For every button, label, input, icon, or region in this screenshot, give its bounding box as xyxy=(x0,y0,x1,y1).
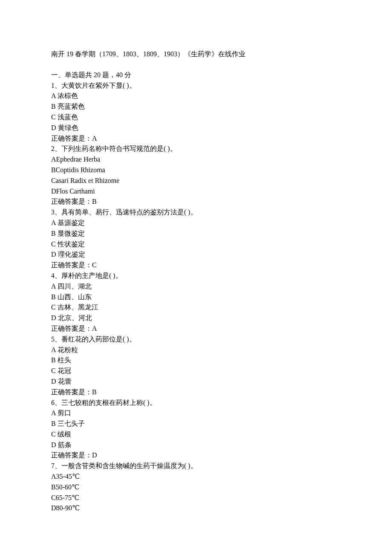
question-option: B 山西、山东 xyxy=(51,292,341,303)
question-option: A 花粉粒 xyxy=(51,345,341,356)
question-option: B 柱头 xyxy=(51,355,341,366)
question-option: AEphedrae Herba xyxy=(51,154,341,165)
question-option: D 黄绿色 xyxy=(51,123,341,133)
question-option: A 浓棕色 xyxy=(51,91,341,101)
question-stem: 7、一般含苷类和含生物碱的生药干燥温度为( )。 xyxy=(51,461,341,471)
question-stem: 3、具有简单、易行、迅速特点的鉴别方法是( )。 xyxy=(51,207,341,218)
question-option: A 基源鉴定 xyxy=(51,218,341,228)
question-option: D 花蕾 xyxy=(51,376,341,387)
question-option: DFlos Carthami xyxy=(51,186,341,197)
question-option: B 三七头子 xyxy=(51,419,341,429)
question-option: D80-90℃ xyxy=(51,503,341,514)
question-answer: 正确答案是：A xyxy=(51,133,341,144)
question-option: Casari Radix et Rhizome xyxy=(51,176,341,186)
question-option: C 花冠 xyxy=(51,366,341,376)
question-option: B 显微鉴定 xyxy=(51,228,341,239)
question-option: B50-60℃ xyxy=(51,482,341,493)
question-answer: 正确答案是：B xyxy=(51,387,341,398)
question-answer: 正确答案是：C xyxy=(51,260,341,271)
question-answer: 正确答案是：B xyxy=(51,197,341,207)
question-option: A 剪口 xyxy=(51,408,341,419)
question-stem: 2、下列生药名称中符合书写规范的是( )。 xyxy=(51,144,341,154)
question-option: A 四川、湖北 xyxy=(51,281,341,292)
question-option: C 性状鉴定 xyxy=(51,239,341,250)
question-answer: 正确答案是：A xyxy=(51,324,341,334)
question-option: C65-75℃ xyxy=(51,493,341,503)
question-option: D 理化鉴定 xyxy=(51,249,341,260)
question-option: C 绒根 xyxy=(51,429,341,440)
questions-container: 1、大黄饮片在紫外下显( )。A 浓棕色B 亮蓝紫色C 浅蓝色D 黄绿色正确答案… xyxy=(51,81,341,514)
question-option: D 筋条 xyxy=(51,440,341,451)
question-option: C 吉林、黑龙江 xyxy=(51,302,341,313)
question-option: C 浅蓝色 xyxy=(51,112,341,123)
question-stem: 5、番红花的入药部位是( )。 xyxy=(51,334,341,345)
question-stem: 1、大黄饮片在紫外下显( )。 xyxy=(51,81,341,91)
doc-title: 南开 19 春学期（1709、1803、1809、1903）《生药学》在线作业 xyxy=(51,49,341,60)
question-stem: 4、厚朴的主产地是( )。 xyxy=(51,271,341,281)
question-option: A35-45℃ xyxy=(51,471,341,482)
question-option: D 北京、河北 xyxy=(51,313,341,324)
question-option: BCoptidis Rhizoma xyxy=(51,165,341,176)
question-stem: 6、三七较粗的支根在药材上称( )。 xyxy=(51,398,341,408)
document-page: 南开 19 春学期（1709、1803、1809、1903）《生药学》在线作业 … xyxy=(0,0,392,555)
question-answer: 正确答案是：D xyxy=(51,450,341,461)
section-heading: 一、单选题共 20 题，40 分 xyxy=(51,70,341,81)
question-option: B 亮蓝紫色 xyxy=(51,101,341,112)
